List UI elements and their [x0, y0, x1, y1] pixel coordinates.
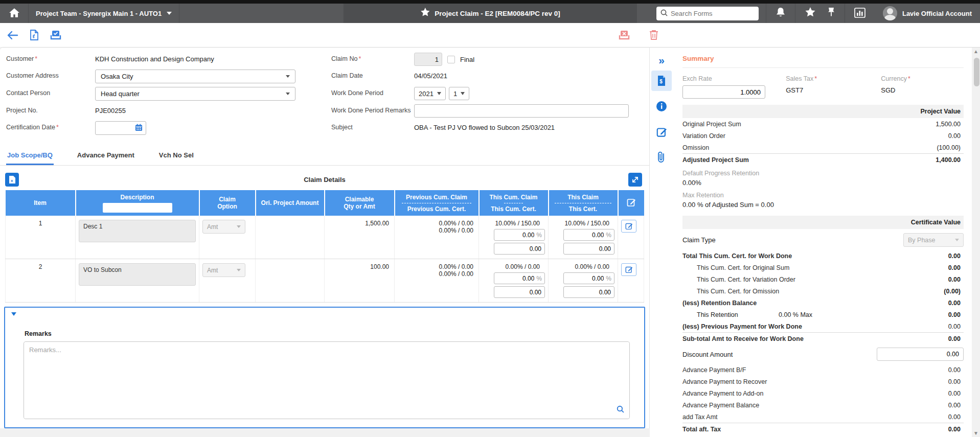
claim-header-form: Customer* KDH Construction and Design Co… [0, 53, 649, 135]
certification-date-input[interactable] [95, 121, 146, 135]
work-done-period-label: Work Done Period [331, 87, 414, 101]
claim-type-label: Claim Type [682, 236, 716, 244]
summary-tab-icon[interactable]: $ [651, 71, 672, 91]
tab-vch-no-sel[interactable]: Vch No Sel [158, 147, 195, 165]
svg-text:x: x [11, 178, 13, 183]
collapse-panel-icon[interactable]: » [658, 55, 665, 65]
expand-table-button[interactable] [628, 173, 642, 187]
team-selector-label: Project Team - Synergix Main 1 - AUTO1 [36, 10, 162, 17]
top-navigation-bar: Project Team - Synergix Main 1 - AUTO1 P… [0, 4, 980, 23]
star-icon[interactable] [805, 7, 816, 19]
tab-advance-payment[interactable]: Advance Payment [76, 147, 135, 165]
claim-row-2: 2 VO to Subcon Amt 100.00 0.00% / 0.000.… [6, 259, 644, 303]
remarks-label: Remarks [25, 330, 52, 337]
total-cum-cert-row: Total This Cum. Cert. for Work Done0.00 [682, 250, 964, 262]
row1-this-amt-input[interactable] [563, 243, 614, 255]
final-checkbox[interactable] [447, 56, 455, 63]
exch-rate-label: Exch Rate [682, 75, 786, 82]
this-retention-row: This Retention 0.00 % Max 0.00 [682, 309, 964, 320]
panel-icon-strip: » $ [650, 48, 673, 437]
chevron-down-icon [286, 75, 290, 78]
pin-icon[interactable] [827, 7, 835, 20]
row1-this-pct-input[interactable] [573, 232, 604, 239]
row1-cum-pct-input[interactable] [504, 232, 534, 239]
claim-type-row: Claim Type By Phase [682, 229, 964, 250]
work-done-year-select[interactable]: 2021 [414, 87, 446, 100]
claim-form-card: Customer* KDH Construction and Design Co… [0, 47, 650, 428]
claim-no-input[interactable] [414, 53, 442, 66]
claim-row-1: 1 Desc 1 Amt 1,500.00 0.00% / 0.000.00% … [6, 216, 644, 259]
favorite-star-icon[interactable] [420, 8, 430, 19]
export-pdf-button[interactable] [30, 30, 39, 40]
team-selector[interactable]: Project Team - Synergix Main 1 - AUTO1 [29, 4, 179, 23]
row2-cum-pct-input[interactable] [504, 275, 534, 282]
work-done-period-select[interactable]: 1 [449, 87, 469, 100]
certificate-value-header: Certificate Value [682, 216, 964, 229]
row1-cum-text: 10.00% / 150.00 [495, 220, 545, 227]
remarks-search-icon[interactable] [617, 405, 624, 415]
summary-title: Summary [682, 55, 964, 68]
search-forms-input[interactable] [671, 10, 747, 17]
cum-cert-vo-row: This Cum. Cert. for Variation Order0.00 [682, 273, 964, 285]
customer-address-select[interactable]: Osaka City [95, 70, 295, 83]
row2-previous-cum: 0.00% / 0.000.00% / 0.00 [395, 259, 479, 303]
vertical-scrollbar[interactable]: ▲ ▼ [972, 48, 980, 437]
sales-tax-label: Sales Tax* [786, 75, 881, 82]
row1-previous-cum: 0.00% / 0.000.00% / 0.00 [395, 216, 479, 259]
row1-cum-amt-input[interactable] [494, 243, 545, 255]
exch-rate-input[interactable] [682, 85, 765, 99]
less-retention-balance-row: (less) Retention Balance0.00 [682, 297, 964, 309]
row1-claim-option-select: Amt [202, 220, 245, 234]
table-header-row: Item Description ClaimOption Ori. Projec… [6, 190, 644, 216]
certification-date-label: Certification Date* [6, 121, 95, 135]
bell-icon[interactable] [776, 7, 786, 20]
scroll-down-icon[interactable]: ▼ [973, 430, 978, 436]
col-previous-cum: Previous Cum. ClaimPrevious Cum. Cert. [395, 190, 479, 216]
search-forms-box[interactable] [656, 7, 759, 20]
row2-item: 2 [6, 259, 76, 303]
row2-cum-amt-input[interactable] [494, 286, 545, 298]
account-menu[interactable]: Lavie Official Account [875, 6, 980, 20]
subject-value: OBA - Test PJ VO flowed to Subcon 25/03/… [414, 121, 649, 135]
discount-amount-input[interactable] [877, 348, 964, 361]
subject-label: Subject [331, 121, 414, 135]
info-tab-icon[interactable] [651, 96, 672, 117]
total-aft-tax-row: Total aft. Tax0.00 [682, 423, 964, 435]
discount-amount-row: Discount Amount [682, 344, 964, 364]
project-value-header: Project Value [682, 105, 964, 118]
home-button[interactable] [0, 4, 29, 23]
row1-edit-button[interactable] [621, 220, 636, 233]
row2-this-amt-input[interactable] [563, 286, 614, 298]
export-excel-button[interactable]: x [5, 173, 19, 187]
remarks-textarea[interactable] [24, 342, 629, 419]
back-button[interactable] [7, 31, 18, 40]
row1-ori-amount [256, 216, 325, 259]
col-this-cum: This Cum. ClaimThis Cum. Cert. [479, 190, 549, 216]
advance-payment-recover-row: Advance Payment to Recover0.00 [682, 376, 964, 387]
row2-this-pct-input[interactable] [573, 275, 604, 282]
chart-icon[interactable] [854, 8, 865, 19]
scroll-thumb[interactable] [974, 58, 979, 86]
project-no-label: Project No. [6, 104, 95, 118]
default-retention-block: Default Progress Retention 0.00% [682, 166, 964, 188]
row2-cum-text: 0.00% / 0.00 [506, 263, 545, 270]
attachment-tab-icon[interactable] [651, 147, 672, 168]
submit-button[interactable] [50, 30, 61, 40]
edit-tab-icon[interactable] [651, 122, 672, 142]
svg-text:$: $ [659, 79, 663, 84]
advance-payment-addon-row: Advance Payment to Add-on0.00 [682, 387, 964, 399]
collapse-triangle-icon[interactable] [11, 312, 16, 316]
adjusted-project-sum-row: Adjusted Project Sum1,400.00 [682, 153, 964, 166]
claim-type-select: By Phase [903, 233, 964, 247]
summary-top-fields: Exch Rate Sales Tax* GST7 Currency* SGD [682, 75, 964, 99]
contact-person-select[interactable]: Head quarter [95, 87, 295, 101]
tab-job-scope-bq[interactable]: Job Scope/BQ [6, 147, 54, 165]
claim-details-table: Item Description ClaimOption Ori. Projec… [5, 190, 644, 303]
description-filter-input[interactable] [103, 203, 172, 213]
cum-cert-omission-row: This Cum. Cert. for Omission(0.00) [682, 285, 964, 297]
row2-edit-button[interactable] [621, 263, 636, 276]
scroll-up-icon[interactable]: ▲ [973, 49, 978, 54]
withdraw-button[interactable] [619, 30, 630, 40]
work-done-remarks-input[interactable] [414, 104, 629, 118]
delete-button[interactable] [649, 30, 658, 40]
